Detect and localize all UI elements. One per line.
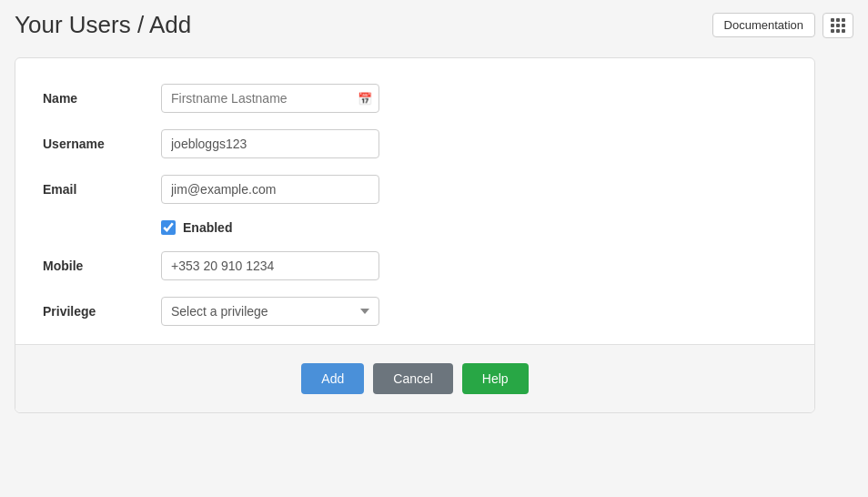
name-label: Name	[43, 91, 161, 106]
name-input-wrapper: 📅	[161, 84, 379, 113]
form-footer: Add Cancel Help	[15, 344, 814, 412]
email-row: Email	[43, 175, 787, 204]
grid-icon	[831, 18, 845, 33]
mobile-label: Mobile	[43, 259, 161, 273]
username-input[interactable]	[161, 129, 379, 158]
username-row: Username	[43, 129, 787, 158]
username-label: Username	[43, 137, 161, 151]
privilege-select[interactable]: Select a privilege Admin User Moderator	[161, 297, 379, 326]
name-input[interactable]	[161, 84, 379, 113]
add-button[interactable]: Add	[301, 363, 364, 394]
email-label: Email	[43, 182, 161, 197]
email-input[interactable]	[161, 175, 379, 204]
privilege-label: Privilege	[43, 304, 161, 319]
documentation-button[interactable]: Documentation	[712, 13, 815, 37]
grid-view-button[interactable]	[823, 13, 853, 38]
form-card: Name 📅 Username Email Enabled Mobile Pri…	[15, 57, 815, 413]
enabled-label: Enabled	[183, 220, 232, 235]
enabled-row: Enabled	[43, 220, 787, 235]
page-header: Your Users / Add Documentation	[15, 11, 853, 39]
cancel-button[interactable]: Cancel	[373, 363, 453, 394]
enabled-checkbox[interactable]	[161, 220, 176, 235]
privilege-row: Privilege Select a privilege Admin User …	[43, 297, 787, 326]
help-button[interactable]: Help	[462, 363, 529, 394]
mobile-row: Mobile	[43, 251, 787, 280]
mobile-input[interactable]	[161, 251, 379, 280]
page-title: Your Users / Add	[15, 11, 191, 39]
header-actions: Documentation	[712, 13, 853, 38]
name-row: Name 📅	[43, 84, 787, 113]
